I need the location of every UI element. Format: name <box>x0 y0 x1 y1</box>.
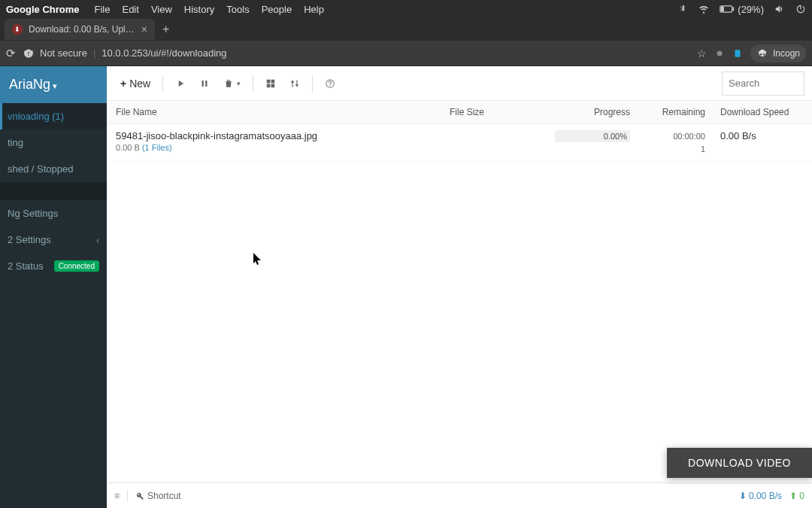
menu-help[interactable]: Help <box>304 4 324 15</box>
bluetooth-icon[interactable] <box>677 4 688 14</box>
extension-icon-1[interactable] <box>714 48 725 59</box>
sidebar-item-downloading[interactable]: vnloading (1) <box>0 103 107 129</box>
volume-icon[interactable] <box>774 4 785 14</box>
browser-tab[interactable]: ⬇ Download: 0.00 B/s, Uplo… × <box>5 19 155 40</box>
menu-file[interactable]: File <box>95 4 111 15</box>
toolbar: +New ▾ <box>107 66 812 101</box>
sidebar-item-ariang-settings[interactable]: Ng Settings <box>0 200 107 227</box>
search-input[interactable] <box>722 71 804 96</box>
os-app-name: Google Chrome <box>6 4 80 15</box>
sort-button[interactable] <box>283 74 306 93</box>
play-icon <box>175 78 186 89</box>
sidebar-item-finished[interactable]: shed / Stopped <box>0 156 107 182</box>
menu-view[interactable]: View <box>151 4 172 15</box>
chevron-left-icon: ‹ <box>96 236 99 245</box>
url-field[interactable]: Not secure | 10.0.0.253/ui/#!/downloadin… <box>23 47 689 59</box>
sidebar: AriaNg ▾ vnloading (1) ting shed / Stopp… <box>0 66 107 508</box>
col-header-speed[interactable]: Download Speed <box>705 107 803 117</box>
tab-title: Download: 0.00 B/s, Uplo… <box>29 24 135 35</box>
extension-icon-2[interactable] <box>732 48 743 59</box>
tab-favicon: ⬇ <box>12 24 23 35</box>
pause-button[interactable] <box>193 74 216 93</box>
col-header-name[interactable]: File Name <box>116 107 450 117</box>
file-name: 59481-jisoo-blackpink-instagramatsooyaaa… <box>116 130 450 141</box>
grid-icon <box>265 78 276 89</box>
global-download-speed: ⬇ 0.00 B/s <box>739 491 782 501</box>
battery-percent: (29%) <box>738 4 764 15</box>
browser-address-bar: ⟳ Not secure | 10.0.0.253/ui/#!/download… <box>0 41 812 66</box>
menu-edit[interactable]: Edit <box>122 4 138 15</box>
tab-close-icon[interactable]: × <box>141 23 147 35</box>
not-secure-icon <box>23 48 34 59</box>
incognito-icon <box>756 47 768 59</box>
file-count-link[interactable]: (1 Files) <box>142 143 172 152</box>
incognito-indicator[interactable]: Incogn <box>750 44 806 62</box>
view-grid-button[interactable] <box>259 74 282 93</box>
sidebar-item-waiting[interactable]: ting <box>0 129 107 156</box>
progress-bar: 0.00% <box>555 130 630 142</box>
connected-badge: Connected <box>54 260 99 272</box>
incognito-label: Incogn <box>773 48 800 59</box>
os-menu-bar: Google Chrome File Edit View History Too… <box>0 0 812 18</box>
menu-toggle-icon[interactable]: ≡ <box>114 491 120 501</box>
menu-history[interactable]: History <box>184 4 214 15</box>
help-button[interactable] <box>319 74 341 93</box>
svg-rect-2 <box>733 8 735 11</box>
remaining-conn: 1 <box>630 143 705 156</box>
delete-button[interactable]: ▾ <box>217 74 247 93</box>
power-icon[interactable] <box>795 4 806 14</box>
wrench-icon <box>135 491 144 500</box>
security-label: Not secure <box>40 47 87 59</box>
help-icon <box>325 78 335 89</box>
start-button[interactable] <box>169 74 192 93</box>
svg-rect-1 <box>721 7 724 12</box>
col-header-size[interactable]: File Size <box>450 107 555 117</box>
url-text: 10.0.0.253/ui/#!/downloading <box>102 47 226 59</box>
bookmark-star-icon[interactable]: ☆ <box>697 47 707 59</box>
menu-people[interactable]: People <box>262 4 292 15</box>
col-header-progress[interactable]: Progress <box>555 107 630 117</box>
sort-icon <box>289 78 300 89</box>
reload-button[interactable]: ⟳ <box>6 47 16 60</box>
search-box[interactable] <box>722 71 804 96</box>
table-row[interactable]: 59481-jisoo-blackpink-instagramatsooyaaa… <box>107 124 812 162</box>
browser-tab-strip: ⬇ Download: 0.00 B/s, Uplo… × + <box>0 18 812 41</box>
menu-tools[interactable]: Tools <box>226 4 249 15</box>
remaining-time: 00:00:00 <box>630 130 705 143</box>
pause-icon <box>199 78 210 89</box>
file-bytes: 0.00 B <box>116 143 140 152</box>
shortcut-button[interactable]: Shortcut <box>135 491 181 501</box>
global-upload-speed: ⬆ 0 <box>789 491 804 501</box>
status-bar: ≡ Shortcut ⬇ 0.00 B/s ⬆ 0 <box>107 482 812 508</box>
main-panel: +New ▾ File Name File Size Progress Rema… <box>107 66 812 508</box>
sidebar-item-aria2-settings[interactable]: 2 Settings‹ <box>0 227 107 253</box>
new-tab-button[interactable]: + <box>162 23 169 36</box>
download-video-overlay[interactable]: DOWNLOAD VIDEO <box>667 448 812 478</box>
app-brand[interactable]: AriaNg ▾ <box>0 66 107 103</box>
svg-rect-4 <box>735 50 740 56</box>
new-task-button[interactable]: +New <box>114 73 156 94</box>
sidebar-item-aria2-status[interactable]: 2 StatusConnected <box>0 253 107 279</box>
battery-icon[interactable]: (29%) <box>720 4 764 15</box>
trash-icon <box>223 78 234 89</box>
svg-point-3 <box>717 50 722 56</box>
download-speed: 0.00 B/s <box>705 130 803 155</box>
col-header-remaining[interactable]: Remaining <box>630 107 705 117</box>
table-header: File Name File Size Progress Remaining D… <box>107 101 812 124</box>
wifi-icon[interactable] <box>698 4 709 14</box>
